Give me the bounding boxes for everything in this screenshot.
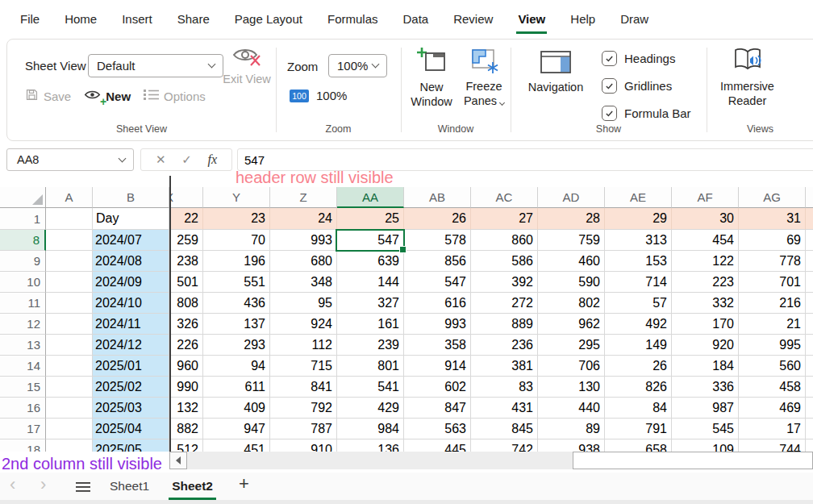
cell-A12[interactable] bbox=[46, 314, 93, 335]
cell-Y8[interactable]: 70 bbox=[203, 230, 270, 251]
sheet-menu-icon[interactable] bbox=[76, 481, 90, 496]
checkbox-gridlines[interactable]: Gridlines bbox=[602, 77, 691, 94]
cell-B11[interactable]: 2024/10 bbox=[93, 293, 169, 314]
cell-AE16[interactable]: 84 bbox=[605, 398, 672, 419]
immersive-reader-button[interactable]: Immersive Reader bbox=[701, 46, 794, 108]
scroll-left-button[interactable] bbox=[169, 452, 187, 469]
cell-AC8[interactable]: 860 bbox=[471, 230, 538, 251]
menu-tab-page-layout[interactable]: Page Layout bbox=[235, 12, 302, 26]
cell-AG15[interactable]: 458 bbox=[739, 377, 806, 398]
cell-B17[interactable]: 2025/04 bbox=[93, 419, 169, 439]
cell-AE18[interactable]: 658 bbox=[605, 439, 672, 452]
checkbox-headings[interactable]: Headings bbox=[602, 50, 691, 66]
cell-AD18[interactable]: 938 bbox=[538, 439, 605, 452]
cell-Z16[interactable]: 792 bbox=[270, 398, 337, 419]
cell-AB10[interactable]: 547 bbox=[404, 272, 471, 293]
cell-X8[interactable]: 259 bbox=[171, 230, 203, 251]
column-header-AA[interactable]: AA bbox=[337, 187, 404, 208]
checkbox-formula-bar[interactable]: Formula Bar bbox=[602, 105, 691, 121]
menu-tab-share[interactable]: Share bbox=[177, 12, 210, 26]
menu-tab-help[interactable]: Help bbox=[570, 12, 595, 26]
cell-Z17[interactable]: 787 bbox=[270, 419, 337, 439]
row-header-16[interactable]: 16 bbox=[0, 398, 46, 419]
cell-A17[interactable] bbox=[46, 419, 93, 439]
cell-A14[interactable] bbox=[46, 356, 93, 377]
cell-partial-8[interactable] bbox=[806, 230, 813, 251]
add-sheet-button[interactable]: + bbox=[239, 473, 249, 494]
cell-AE10[interactable]: 714 bbox=[605, 272, 672, 293]
cell-AG1[interactable]: 31 bbox=[739, 208, 806, 230]
cell-B18[interactable]: 2025/05 bbox=[93, 439, 169, 452]
cell-AE11[interactable]: 57 bbox=[605, 293, 672, 314]
cell-AD15[interactable]: 130 bbox=[538, 377, 605, 398]
cell-X13[interactable]: 226 bbox=[171, 335, 203, 356]
row-header-14[interactable]: 14 bbox=[0, 356, 46, 377]
cell-Z13[interactable]: 112 bbox=[270, 335, 337, 356]
cell-AG17[interactable]: 17 bbox=[739, 419, 806, 439]
cell-Y13[interactable]: 293 bbox=[203, 335, 270, 356]
column-header-B[interactable]: B bbox=[93, 187, 169, 208]
cell-Y10[interactable]: 551 bbox=[203, 272, 270, 293]
cell-AC1[interactable]: 27 bbox=[471, 208, 538, 230]
row-header-12[interactable]: 12 bbox=[0, 314, 46, 335]
cell-AE1[interactable]: 29 bbox=[605, 208, 672, 230]
cell-AD9[interactable]: 460 bbox=[538, 251, 605, 272]
row-header-15[interactable]: 15 bbox=[0, 377, 46, 398]
column-header-AF[interactable]: AF bbox=[672, 187, 739, 208]
cell-AE13[interactable]: 149 bbox=[605, 335, 672, 356]
cell-AD16[interactable]: 440 bbox=[538, 398, 605, 419]
cell-AA14[interactable]: 801 bbox=[337, 356, 404, 377]
cell-AC11[interactable]: 272 bbox=[471, 293, 538, 314]
row-header-8[interactable]: 8 bbox=[0, 230, 46, 251]
cell-AF14[interactable]: 184 bbox=[672, 356, 739, 377]
cell-AE14[interactable]: 26 bbox=[605, 356, 672, 377]
cell-AA9[interactable]: 639 bbox=[337, 251, 404, 272]
cell-AB8[interactable]: 578 bbox=[404, 230, 471, 251]
cell-AC12[interactable]: 889 bbox=[471, 314, 538, 335]
cell-AA1[interactable]: 25 bbox=[337, 208, 404, 230]
sheet-tab-sheet1[interactable]: Sheet1 bbox=[110, 477, 149, 495]
cell-AF12[interactable]: 170 bbox=[672, 314, 739, 335]
cell-AC14[interactable]: 381 bbox=[471, 356, 538, 377]
cell-B14[interactable]: 2025/01 bbox=[93, 356, 169, 377]
cell-A10[interactable] bbox=[46, 272, 93, 293]
cell-B16[interactable]: 2025/03 bbox=[93, 398, 169, 419]
cell-AC16[interactable]: 431 bbox=[471, 398, 538, 419]
cell-X1[interactable]: 22 bbox=[171, 208, 203, 230]
cell-AC10[interactable]: 392 bbox=[471, 272, 538, 293]
next-sheet-button[interactable]: › bbox=[40, 474, 46, 495]
cell-AF10[interactable]: 223 bbox=[672, 272, 739, 293]
cell-AD10[interactable]: 590 bbox=[538, 272, 605, 293]
cell-AG9[interactable]: 778 bbox=[739, 251, 806, 272]
cell-AA12[interactable]: 161 bbox=[337, 314, 404, 335]
navigation-button[interactable]: Navigation bbox=[515, 49, 596, 94]
cell-AC18[interactable]: 742 bbox=[471, 439, 538, 452]
column-header-AC[interactable]: AC bbox=[471, 187, 538, 208]
cell-AG12[interactable]: 21 bbox=[739, 314, 806, 335]
menu-tab-draw[interactable]: Draw bbox=[620, 12, 648, 26]
menu-tab-data[interactable]: Data bbox=[403, 12, 429, 26]
column-header-X[interactable]: X bbox=[171, 187, 203, 208]
menu-tab-review[interactable]: Review bbox=[453, 12, 493, 26]
menu-tab-view[interactable]: View bbox=[518, 12, 545, 26]
prev-sheet-button[interactable]: ‹ bbox=[10, 474, 15, 495]
cell-AD8[interactable]: 759 bbox=[538, 230, 605, 251]
cell-AF16[interactable]: 987 bbox=[672, 398, 739, 419]
cell-AC13[interactable]: 236 bbox=[471, 335, 538, 356]
cell-AB9[interactable]: 856 bbox=[404, 251, 471, 272]
formula-input[interactable]: 547 bbox=[237, 148, 813, 171]
cell-Y18[interactable]: 451 bbox=[203, 439, 270, 452]
cell-Y9[interactable]: 196 bbox=[203, 251, 270, 272]
cell-AF11[interactable]: 332 bbox=[672, 293, 739, 314]
cell-AB17[interactable]: 563 bbox=[404, 419, 471, 439]
menu-tab-home[interactable]: Home bbox=[65, 12, 97, 26]
cell-partial-9[interactable] bbox=[806, 251, 813, 272]
select-all-corner[interactable] bbox=[0, 187, 46, 208]
cell-A15[interactable] bbox=[46, 377, 93, 398]
cell-AD12[interactable]: 962 bbox=[538, 314, 605, 335]
cell-Y12[interactable]: 137 bbox=[203, 314, 270, 335]
cell-B10[interactable]: 2024/09 bbox=[93, 272, 169, 293]
column-header-partial[interactable] bbox=[806, 187, 813, 208]
sheet-tab-sheet2[interactable]: Sheet2 bbox=[172, 477, 213, 495]
new-view-button[interactable]: + New bbox=[84, 89, 131, 103]
